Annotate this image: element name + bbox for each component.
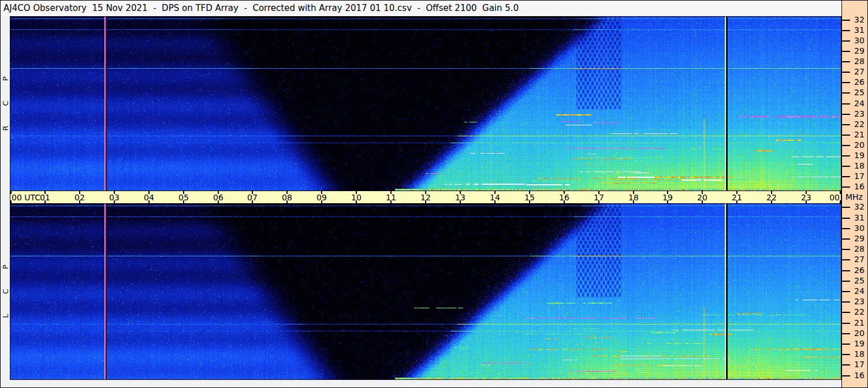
hour-tick — [840, 191, 841, 194]
frequency-label: 28 — [854, 244, 865, 253]
lcp-spectrogram-panel — [10, 203, 841, 380]
frequency-tick — [842, 155, 850, 156]
hour-label: 00 — [822, 193, 840, 202]
hour-label: 15 — [518, 193, 541, 202]
rcp-spectrogram-panel — [10, 16, 841, 191]
title-bar: AJ4CO Observatory 15 Nov 2021 - DPS on T… — [1, 1, 841, 16]
hour-label: 10 — [345, 193, 368, 202]
frequency-label: 16 — [854, 182, 865, 191]
frequency-tick — [842, 333, 850, 334]
hour-label: 20 — [691, 193, 714, 202]
rcp-spectrogram-canvas — [10, 17, 841, 191]
frequency-tick — [842, 166, 850, 167]
frequency-tick — [842, 291, 850, 292]
hour-label: 02 — [68, 193, 91, 202]
frequency-tick — [842, 301, 850, 303]
frequency-tick — [842, 238, 850, 240]
frequency-label: 21 — [854, 318, 865, 327]
frequency-label: 25 — [854, 276, 865, 285]
frequency-tick — [842, 20, 850, 21]
frequency-label: 28 — [854, 57, 865, 66]
frequency-tick — [842, 364, 850, 365]
frequency-tick — [842, 176, 850, 177]
hour-label: 09 — [310, 193, 333, 202]
time-axis-bar: 00 UTC0102030405060708091011121314151617… — [10, 191, 841, 203]
frequency-label: 18 — [854, 349, 865, 359]
frequency-label: 31 — [854, 213, 865, 222]
hour-label: 08 — [275, 193, 299, 202]
frequency-label: 32 — [854, 15, 865, 24]
frequency-tick — [842, 186, 850, 188]
frequency-tick — [842, 354, 850, 355]
frequency-tick — [842, 312, 850, 313]
frequency-label: 17 — [854, 360, 865, 369]
hour-label: 14 — [483, 193, 506, 202]
frequency-label: 19 — [854, 151, 865, 160]
frequency-label: 18 — [854, 161, 865, 170]
frequency-tick — [842, 145, 850, 146]
hour-label: 03 — [103, 193, 126, 202]
frequency-tick — [842, 30, 850, 31]
hour-label: 17 — [587, 193, 610, 202]
bottom-margin — [1, 380, 841, 387]
frequency-tick — [842, 114, 850, 115]
hour-label: 16 — [553, 193, 576, 202]
dps-spectrogram-viewer: AJ4CO Observatory 15 Nov 2021 - DPS on T… — [0, 0, 868, 388]
frequency-tick — [842, 61, 850, 62]
lcp-spectrogram-canvas — [10, 204, 841, 379]
hour-label: 23 — [795, 193, 818, 202]
frequency-label: 27 — [854, 255, 865, 264]
frequency-label: 22 — [854, 120, 865, 129]
frequency-label: 19 — [854, 339, 865, 348]
hour-label: 01 — [33, 193, 57, 202]
frequency-label: 27 — [854, 67, 865, 76]
frequency-tick — [842, 92, 850, 94]
frequency-tick — [842, 323, 850, 324]
frequency-tick — [842, 135, 850, 136]
frequency-tick — [842, 270, 850, 271]
hour-label: 13 — [449, 193, 472, 202]
frequency-label: 26 — [854, 77, 865, 87]
frequency-tick — [842, 259, 850, 260]
frequency-label: 22 — [854, 307, 865, 316]
frequency-tick — [842, 281, 850, 282]
frequency-tick — [842, 207, 850, 208]
hour-label: 06 — [207, 193, 230, 202]
frequency-tick — [842, 249, 850, 250]
hour-label: 22 — [760, 193, 783, 202]
frequency-label: 23 — [854, 109, 865, 118]
frequency-tick — [842, 40, 850, 42]
lcp-polarization-label: L C P — [1, 251, 10, 332]
hour-label: 12 — [414, 193, 437, 202]
frequency-label: 23 — [854, 297, 865, 306]
hour-label: 18 — [622, 193, 645, 202]
frequency-label: 24 — [854, 286, 865, 296]
frequency-label: 21 — [854, 130, 865, 139]
frequency-tick — [842, 228, 850, 229]
frequency-tick — [842, 72, 850, 73]
frequency-label: 25 — [854, 88, 865, 97]
hour-label: 05 — [172, 193, 195, 202]
frequency-label: 32 — [854, 202, 865, 211]
hour-label: 04 — [137, 193, 161, 202]
hour-label: 11 — [379, 193, 403, 202]
frequency-tick — [842, 124, 850, 125]
frequency-label: 17 — [854, 171, 865, 181]
frequency-tick — [842, 82, 850, 83]
mhz-unit-label: MHz — [845, 192, 863, 202]
rcp-polarization-label: R C P — [1, 64, 10, 144]
frequency-tick — [842, 375, 850, 376]
hour-label: 07 — [241, 193, 264, 202]
frequency-scale-column: MHz 323130292827262524232221201918171632… — [841, 1, 868, 387]
frequency-label: 30 — [854, 223, 865, 233]
frequency-label: 20 — [854, 140, 865, 150]
frequency-label: 16 — [854, 371, 865, 380]
frequency-label: 20 — [854, 329, 865, 338]
frequency-label: 26 — [854, 266, 865, 275]
frequency-tick — [842, 344, 850, 345]
frequency-label: 31 — [854, 25, 865, 35]
frequency-tick — [842, 103, 850, 105]
frequency-label: 29 — [854, 46, 865, 55]
frequency-tick — [842, 51, 850, 52]
hour-label: 21 — [725, 193, 748, 202]
